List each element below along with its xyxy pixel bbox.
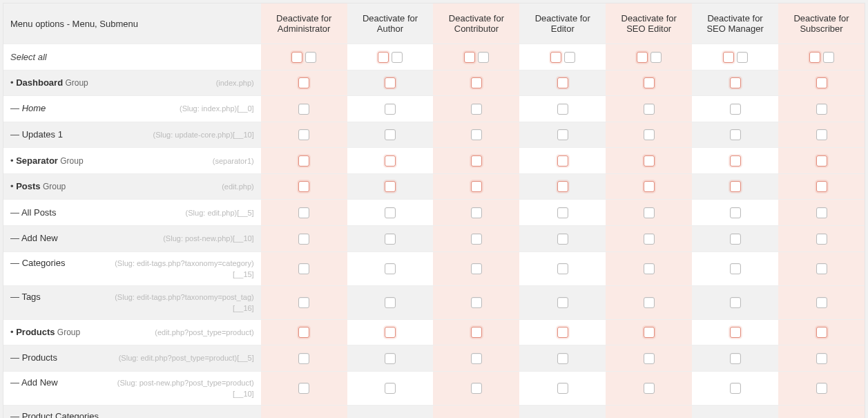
item-checkbox[interactable] (644, 234, 655, 245)
item-checkbox[interactable] (471, 383, 482, 394)
item-checkbox[interactable] (730, 297, 741, 308)
item-checkbox[interactable] (298, 129, 309, 140)
group-checkbox[interactable] (385, 327, 396, 338)
select-all-group-checkbox[interactable] (723, 52, 734, 63)
group-checkbox[interactable] (298, 77, 309, 88)
group-checkbox[interactable] (298, 327, 309, 338)
item-checkbox[interactable] (816, 263, 827, 274)
select-all-group-checkbox[interactable] (809, 52, 820, 63)
select-all-group-checkbox[interactable] (378, 52, 389, 63)
group-checkbox[interactable] (557, 327, 568, 338)
group-checkbox[interactable] (471, 77, 482, 88)
item-checkbox[interactable] (385, 383, 396, 394)
group-checkbox[interactable] (730, 155, 741, 167)
select-all-sub-checkbox[interactable] (737, 52, 748, 63)
item-checkbox[interactable] (816, 207, 827, 218)
item-checkbox[interactable] (644, 297, 655, 308)
item-checkbox[interactable] (730, 207, 741, 218)
item-checkbox[interactable] (471, 263, 482, 274)
group-checkbox[interactable] (298, 181, 309, 192)
item-checkbox[interactable] (557, 234, 568, 245)
item-checkbox[interactable] (385, 263, 396, 274)
group-checkbox[interactable] (730, 77, 741, 88)
item-checkbox[interactable] (730, 383, 741, 394)
item-checkbox[interactable] (471, 234, 482, 245)
group-checkbox[interactable] (816, 327, 827, 338)
item-checkbox[interactable] (471, 297, 482, 308)
select-all-sub-checkbox[interactable] (823, 52, 834, 63)
group-checkbox[interactable] (471, 155, 482, 167)
select-all-sub-checkbox[interactable] (650, 52, 662, 63)
select-all-sub-checkbox[interactable] (305, 52, 316, 63)
group-checkbox[interactable] (644, 181, 655, 192)
item-checkbox[interactable] (557, 263, 568, 274)
item-checkbox[interactable] (644, 207, 655, 218)
group-checkbox[interactable] (557, 181, 568, 192)
item-checkbox[interactable] (471, 129, 482, 140)
item-checkbox[interactable] (298, 297, 309, 308)
group-checkbox[interactable] (471, 327, 482, 338)
item-checkbox[interactable] (557, 353, 568, 364)
item-checkbox[interactable] (298, 234, 309, 245)
item-checkbox[interactable] (385, 234, 396, 245)
item-checkbox[interactable] (816, 383, 827, 394)
item-checkbox[interactable] (816, 129, 827, 140)
group-checkbox[interactable] (557, 77, 568, 88)
item-checkbox[interactable] (557, 207, 568, 218)
group-checkbox[interactable] (385, 155, 396, 167)
item-checkbox[interactable] (644, 263, 655, 274)
item-checkbox[interactable] (557, 129, 568, 140)
group-checkbox[interactable] (644, 77, 655, 88)
select-all-group-checkbox[interactable] (550, 52, 561, 63)
item-checkbox[interactable] (471, 353, 482, 364)
item-checkbox[interactable] (644, 353, 655, 364)
select-all-group-checkbox[interactable] (464, 52, 475, 63)
group-checkbox[interactable] (730, 181, 741, 192)
item-checkbox[interactable] (471, 207, 482, 218)
menu-item-cell: • Separator Group(separator1) (3, 148, 261, 174)
item-checkbox[interactable] (557, 383, 568, 394)
group-checkbox[interactable] (816, 77, 827, 88)
item-checkbox[interactable] (644, 383, 655, 394)
group-checkbox[interactable] (298, 155, 309, 167)
group-checkbox[interactable] (816, 181, 827, 192)
item-checkbox[interactable] (385, 207, 396, 218)
item-checkbox[interactable] (816, 297, 827, 308)
group-checkbox[interactable] (471, 181, 482, 192)
item-checkbox[interactable] (644, 104, 655, 115)
group-checkbox[interactable] (816, 155, 827, 167)
item-checkbox[interactable] (385, 297, 396, 308)
item-checkbox[interactable] (816, 234, 827, 245)
item-checkbox[interactable] (298, 263, 309, 274)
item-checkbox[interactable] (471, 104, 482, 115)
item-checkbox[interactable] (730, 234, 741, 245)
group-checkbox[interactable] (557, 155, 568, 167)
item-checkbox[interactable] (385, 129, 396, 140)
checkbox-cell (692, 174, 778, 200)
item-checkbox[interactable] (644, 129, 655, 140)
item-checkbox[interactable] (816, 353, 827, 364)
item-checkbox[interactable] (385, 104, 396, 115)
item-checkbox[interactable] (298, 383, 309, 394)
item-checkbox[interactable] (730, 104, 741, 115)
group-checkbox[interactable] (385, 77, 396, 88)
item-checkbox[interactable] (557, 297, 568, 308)
select-all-sub-checkbox[interactable] (392, 52, 403, 63)
select-all-sub-checkbox[interactable] (478, 52, 489, 63)
item-checkbox[interactable] (385, 353, 396, 364)
item-checkbox[interactable] (298, 207, 309, 218)
group-checkbox[interactable] (644, 327, 655, 338)
group-checkbox[interactable] (644, 155, 655, 167)
select-all-sub-checkbox[interactable] (564, 52, 575, 63)
group-checkbox[interactable] (385, 181, 396, 192)
item-checkbox[interactable] (298, 104, 309, 115)
item-checkbox[interactable] (557, 104, 568, 115)
item-checkbox[interactable] (730, 263, 741, 274)
item-checkbox[interactable] (816, 104, 827, 115)
select-all-group-checkbox[interactable] (637, 52, 648, 63)
item-checkbox[interactable] (730, 353, 741, 364)
item-checkbox[interactable] (730, 129, 741, 140)
select-all-group-checkbox[interactable] (291, 52, 302, 63)
group-checkbox[interactable] (730, 327, 741, 338)
item-checkbox[interactable] (298, 353, 309, 364)
